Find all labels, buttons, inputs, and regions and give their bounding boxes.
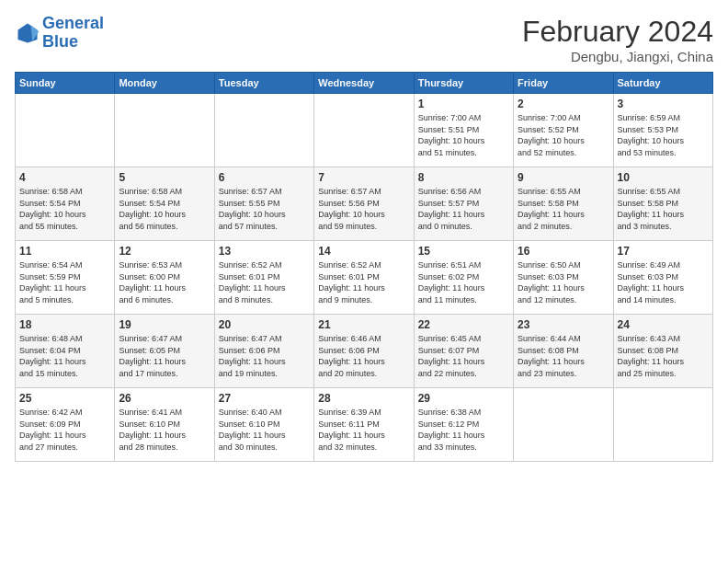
week-row-1: 4Sunrise: 6:58 AM Sunset: 5:54 PM Daylig… bbox=[16, 167, 713, 241]
cell-info: Sunrise: 6:51 AM Sunset: 6:02 PM Dayligh… bbox=[418, 259, 509, 305]
cell-2-0: 11Sunrise: 6:54 AM Sunset: 5:59 PM Dayli… bbox=[16, 241, 115, 315]
cell-info: Sunrise: 6:55 AM Sunset: 5:58 PM Dayligh… bbox=[618, 186, 709, 232]
day-number: 17 bbox=[618, 245, 709, 258]
cell-1-3: 7Sunrise: 6:57 AM Sunset: 5:56 PM Daylig… bbox=[314, 167, 414, 241]
cell-0-4: 1Sunrise: 7:00 AM Sunset: 5:51 PM Daylig… bbox=[414, 94, 513, 167]
cell-3-2: 20Sunrise: 6:47 AM Sunset: 6:06 PM Dayli… bbox=[214, 315, 313, 388]
header: General Blue February 2024 Dengbu, Jiang… bbox=[15, 15, 713, 64]
cell-0-5: 2Sunrise: 7:00 AM Sunset: 5:52 PM Daylig… bbox=[514, 94, 613, 167]
cell-3-3: 21Sunrise: 6:46 AM Sunset: 6:06 PM Dayli… bbox=[314, 315, 414, 388]
col-wednesday: Wednesday bbox=[314, 73, 414, 94]
col-monday: Monday bbox=[115, 73, 214, 94]
day-number: 20 bbox=[219, 318, 310, 331]
calendar-table: Sunday Monday Tuesday Wednesday Thursday… bbox=[15, 72, 713, 462]
cell-info: Sunrise: 7:00 AM Sunset: 5:51 PM Dayligh… bbox=[418, 112, 509, 158]
cell-info: Sunrise: 6:38 AM Sunset: 6:12 PM Dayligh… bbox=[418, 407, 509, 453]
cell-info: Sunrise: 6:52 AM Sunset: 6:01 PM Dayligh… bbox=[318, 259, 409, 305]
week-row-2: 11Sunrise: 6:54 AM Sunset: 5:59 PM Dayli… bbox=[16, 241, 713, 315]
col-friday: Friday bbox=[514, 73, 613, 94]
cell-1-2: 6Sunrise: 6:57 AM Sunset: 5:55 PM Daylig… bbox=[214, 167, 313, 241]
page: General Blue February 2024 Dengbu, Jiang… bbox=[0, 0, 728, 563]
day-number: 11 bbox=[19, 245, 110, 258]
cell-info: Sunrise: 7:00 AM Sunset: 5:52 PM Dayligh… bbox=[518, 112, 609, 158]
cell-1-0: 4Sunrise: 6:58 AM Sunset: 5:54 PM Daylig… bbox=[16, 167, 115, 241]
day-number: 13 bbox=[219, 245, 310, 258]
cell-4-3: 28Sunrise: 6:39 AM Sunset: 6:11 PM Dayli… bbox=[314, 388, 414, 462]
cell-info: Sunrise: 6:53 AM Sunset: 6:00 PM Dayligh… bbox=[119, 259, 210, 305]
cell-0-3 bbox=[314, 94, 414, 167]
day-number: 22 bbox=[418, 318, 509, 331]
cell-info: Sunrise: 6:46 AM Sunset: 6:06 PM Dayligh… bbox=[318, 333, 409, 379]
cell-2-1: 12Sunrise: 6:53 AM Sunset: 6:00 PM Dayli… bbox=[115, 241, 214, 315]
cell-3-4: 22Sunrise: 6:45 AM Sunset: 6:07 PM Dayli… bbox=[414, 315, 513, 388]
cell-4-1: 26Sunrise: 6:41 AM Sunset: 6:10 PM Dayli… bbox=[115, 388, 214, 462]
cell-info: Sunrise: 6:47 AM Sunset: 6:06 PM Dayligh… bbox=[219, 333, 310, 379]
day-number: 24 bbox=[618, 318, 709, 331]
cell-info: Sunrise: 6:48 AM Sunset: 6:04 PM Dayligh… bbox=[19, 333, 110, 379]
cell-2-6: 17Sunrise: 6:49 AM Sunset: 6:03 PM Dayli… bbox=[613, 241, 712, 315]
location: Dengbu, Jiangxi, China bbox=[522, 49, 713, 64]
cell-info: Sunrise: 6:54 AM Sunset: 5:59 PM Dayligh… bbox=[19, 259, 110, 305]
month-title: February 2024 bbox=[522, 15, 713, 49]
col-saturday: Saturday bbox=[613, 73, 712, 94]
day-number: 6 bbox=[219, 171, 310, 184]
cell-1-1: 5Sunrise: 6:58 AM Sunset: 5:54 PM Daylig… bbox=[115, 167, 214, 241]
cell-info: Sunrise: 6:59 AM Sunset: 5:53 PM Dayligh… bbox=[618, 112, 709, 158]
cell-info: Sunrise: 6:55 AM Sunset: 5:58 PM Dayligh… bbox=[518, 186, 609, 232]
cell-3-1: 19Sunrise: 6:47 AM Sunset: 6:05 PM Dayli… bbox=[115, 315, 214, 388]
day-number: 16 bbox=[518, 245, 609, 258]
col-tuesday: Tuesday bbox=[214, 73, 313, 94]
cell-info: Sunrise: 6:57 AM Sunset: 5:55 PM Dayligh… bbox=[219, 186, 310, 232]
day-number: 15 bbox=[418, 245, 509, 258]
cell-info: Sunrise: 6:44 AM Sunset: 6:08 PM Dayligh… bbox=[518, 333, 609, 379]
day-number: 26 bbox=[119, 392, 210, 405]
cell-3-6: 24Sunrise: 6:43 AM Sunset: 6:08 PM Dayli… bbox=[613, 315, 712, 388]
day-number: 23 bbox=[518, 318, 609, 331]
day-number: 7 bbox=[318, 171, 409, 184]
day-number: 2 bbox=[518, 98, 609, 110]
cell-4-4: 29Sunrise: 6:38 AM Sunset: 6:12 PM Dayli… bbox=[414, 388, 513, 462]
title-block: February 2024 Dengbu, Jiangxi, China bbox=[522, 15, 713, 64]
cell-0-2 bbox=[214, 94, 313, 167]
day-number: 9 bbox=[518, 171, 609, 184]
cell-3-0: 18Sunrise: 6:48 AM Sunset: 6:04 PM Dayli… bbox=[16, 315, 115, 388]
week-row-3: 18Sunrise: 6:48 AM Sunset: 6:04 PM Dayli… bbox=[16, 315, 713, 388]
cell-info: Sunrise: 6:58 AM Sunset: 5:54 PM Dayligh… bbox=[119, 186, 210, 232]
logo: General Blue bbox=[15, 15, 104, 52]
day-number: 29 bbox=[418, 392, 509, 405]
cell-info: Sunrise: 6:39 AM Sunset: 6:11 PM Dayligh… bbox=[318, 407, 409, 453]
cell-info: Sunrise: 6:42 AM Sunset: 6:09 PM Dayligh… bbox=[19, 407, 110, 453]
cell-0-6: 3Sunrise: 6:59 AM Sunset: 5:53 PM Daylig… bbox=[613, 94, 712, 167]
cell-info: Sunrise: 6:41 AM Sunset: 6:10 PM Dayligh… bbox=[119, 407, 210, 453]
day-number: 3 bbox=[618, 98, 709, 110]
logo-text: General Blue bbox=[42, 15, 104, 52]
cell-0-1 bbox=[115, 94, 214, 167]
day-number: 27 bbox=[219, 392, 310, 405]
logo-general: General bbox=[42, 14, 104, 32]
cell-info: Sunrise: 6:52 AM Sunset: 6:01 PM Dayligh… bbox=[219, 259, 310, 305]
day-number: 12 bbox=[119, 245, 210, 258]
cell-3-5: 23Sunrise: 6:44 AM Sunset: 6:08 PM Dayli… bbox=[514, 315, 613, 388]
cell-2-4: 15Sunrise: 6:51 AM Sunset: 6:02 PM Dayli… bbox=[414, 241, 513, 315]
col-thursday: Thursday bbox=[414, 73, 513, 94]
day-number: 1 bbox=[418, 98, 509, 110]
calendar-body: 1Sunrise: 7:00 AM Sunset: 5:51 PM Daylig… bbox=[16, 94, 713, 462]
day-number: 14 bbox=[318, 245, 409, 258]
cell-4-5 bbox=[514, 388, 613, 462]
day-number: 8 bbox=[418, 171, 509, 184]
cell-1-6: 10Sunrise: 6:55 AM Sunset: 5:58 PM Dayli… bbox=[613, 167, 712, 241]
day-number: 21 bbox=[318, 318, 409, 331]
cell-info: Sunrise: 6:40 AM Sunset: 6:10 PM Dayligh… bbox=[219, 407, 310, 453]
cell-info: Sunrise: 6:50 AM Sunset: 6:03 PM Dayligh… bbox=[518, 259, 609, 305]
cell-info: Sunrise: 6:45 AM Sunset: 6:07 PM Dayligh… bbox=[418, 333, 509, 379]
cell-4-2: 27Sunrise: 6:40 AM Sunset: 6:10 PM Dayli… bbox=[214, 388, 313, 462]
week-row-0: 1Sunrise: 7:00 AM Sunset: 5:51 PM Daylig… bbox=[16, 94, 713, 167]
logo-blue: Blue bbox=[42, 33, 104, 52]
cell-info: Sunrise: 6:56 AM Sunset: 5:57 PM Dayligh… bbox=[418, 186, 509, 232]
cell-info: Sunrise: 6:57 AM Sunset: 5:56 PM Dayligh… bbox=[318, 186, 409, 232]
cell-2-2: 13Sunrise: 6:52 AM Sunset: 6:01 PM Dayli… bbox=[214, 241, 313, 315]
day-number: 25 bbox=[19, 392, 110, 405]
calendar-header: Sunday Monday Tuesday Wednesday Thursday… bbox=[16, 73, 713, 94]
logo-icon bbox=[15, 20, 40, 46]
day-number: 4 bbox=[19, 171, 110, 184]
